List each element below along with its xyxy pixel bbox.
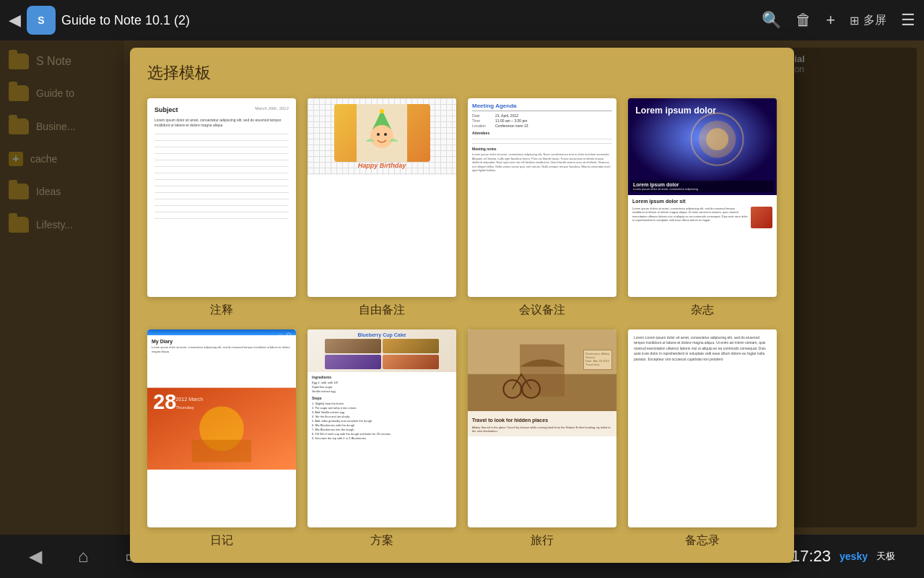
note-subject: Subject	[154, 106, 178, 113]
svg-rect-13	[192, 439, 251, 462]
journal-bottom-title: Lorem ipsum dolor sit	[632, 198, 772, 205]
note-line-12	[154, 200, 289, 206]
meeting-time-val: 11:00 am – 3:30 pm	[495, 118, 527, 123]
meeting-row-date: Date 21, April, 2012	[472, 113, 612, 118]
note-line-13	[154, 207, 289, 212]
birthday-text: Happy Birthday	[358, 162, 406, 169]
template-item-note[interactable]: SubjectMarch 20th, 2012 Lorem ipsum dolo…	[147, 98, 296, 318]
travel-body-text: Abbey Sacred is the place I found by cha…	[472, 426, 612, 434]
memo-card-content: Lorem Lorem ipsum dolor sit amet, consec…	[628, 329, 777, 368]
template-card-memo[interactable]: Lorem Lorem ipsum dolor sit amet, consec…	[628, 329, 777, 528]
template-item-meeting[interactable]: Meeting Agenda Date 21, April, 2012 Time…	[468, 98, 616, 318]
multiscreen-button[interactable]: ⊞ 多屏	[850, 13, 886, 28]
template-card-meeting[interactable]: Meeting Agenda Date 21, April, 2012 Time…	[468, 98, 616, 297]
recipe-steps-text: 1. Slightly heat the butter 2. Put sugar…	[312, 402, 452, 441]
note-line-1	[154, 129, 289, 134]
note-line-5	[154, 155, 289, 160]
template-item-memo[interactable]: Lorem Lorem ipsum dolor sit amet, consec…	[628, 329, 777, 549]
meeting-notes-section: Meeting notes	[472, 147, 612, 151]
travel-card-content: Destination: Abbey Sacred Date: Mar 23 2…	[468, 329, 616, 436]
recipe-title: Blueberry Cup Cake	[358, 332, 406, 337]
travel-image-area: Destination: Abbey Sacred Date: Mar 23 2…	[468, 329, 616, 414]
travel-label: 旅行	[531, 533, 554, 548]
diary-top: 28 2012 March Thursday ☺ 🌤	[147, 329, 296, 335]
travel-body: Travel to look for hidden places Abbey S…	[468, 414, 616, 436]
template-item-diary[interactable]: 28 2012 March Thursday ☺ 🌤 My	[147, 329, 296, 549]
template-card-journal[interactable]: Lorem ipsum dolor Lorem ipsum dolor Lore…	[628, 98, 777, 297]
travel-svg	[468, 329, 616, 411]
template-item-recipe[interactable]: Blueberry Cup Cake Ingredients	[308, 329, 456, 549]
back-nav-icon[interactable]: ◀	[29, 546, 42, 566]
menu-icon[interactable]: ☰	[901, 11, 915, 30]
meeting-location-label: Location	[472, 124, 492, 128]
free-note-label: 自由备注	[359, 303, 405, 318]
main-content: S Note Guide to Busine... + cache Ideas …	[0, 40, 924, 535]
note-line-9	[154, 181, 289, 186]
svg-point-4	[377, 133, 380, 136]
template-modal: 选择模板 SubjectMarch 20th, 2012 Lorem ipsum…	[130, 48, 794, 563]
recipe-photo-4	[383, 355, 439, 369]
svg-rect-19	[520, 344, 565, 396]
template-card-diary[interactable]: 28 2012 March Thursday ☺ 🌤 My	[147, 329, 296, 528]
note-line-14	[154, 213, 289, 219]
travel-title: Travel to look for hidden places	[472, 417, 612, 424]
app-logo: S	[27, 6, 56, 35]
template-item-free-note[interactable]: Happy Birthday 自由备注	[308, 98, 456, 318]
meeting-attendee-line-2	[472, 139, 612, 144]
travel-tag: Travel time	[585, 363, 610, 366]
meeting-time-label: Time	[472, 118, 492, 123]
diary-icon-2: 🌤	[286, 332, 292, 339]
recipe-photo-3	[325, 355, 381, 369]
recipe-card-content: Blueberry Cup Cake Ingredients	[308, 329, 456, 444]
template-card-free-note[interactable]: Happy Birthday	[308, 98, 456, 297]
recipe-ingredients-text: Egg 2, milk, milk 1/8Superfine sugarVani…	[312, 381, 452, 394]
meeting-row-time: Time 11:00 am – 3:30 pm	[472, 118, 612, 123]
meeting-body-text: Lorem ipsum dolor sit amet, consectetur …	[472, 152, 612, 173]
top-bar-right: 🔍 🗑 + ⊞ 多屏 ☰	[762, 11, 915, 30]
meeting-card-content: Meeting Agenda Date 21, April, 2012 Time…	[468, 98, 616, 177]
recipe-ingredients-title: Ingredients	[312, 375, 452, 380]
diary-icons: ☺ 🌤	[278, 332, 292, 339]
home-nav-icon[interactable]: ⌂	[78, 546, 89, 566]
journal-overlay: Lorem ipsum dolor Lorem ipsum dolor sit …	[631, 181, 774, 192]
top-bar-left: ◀ S Guide to Note 10.1 (2)	[9, 6, 756, 35]
template-item-journal[interactable]: Lorem ipsum dolor Lorem ipsum dolor Lore…	[628, 98, 777, 318]
recipe-photos-grid	[325, 339, 439, 369]
meeting-date-val: 21, April, 2012	[495, 113, 518, 118]
note-date: March 20th, 2012	[255, 105, 289, 111]
back-icon[interactable]: ◀	[9, 11, 21, 30]
app-title: Guide to Note 10.1 (2)	[61, 13, 190, 28]
search-icon[interactable]: 🔍	[762, 11, 781, 30]
recipe-label: 方案	[370, 533, 393, 548]
svg-text:28: 28	[153, 389, 176, 413]
birthday-card-content: Happy Birthday	[308, 98, 456, 175]
note-line-4	[154, 148, 289, 154]
template-item-travel[interactable]: Destination: Abbey Sacred Date: Mar 23 2…	[468, 329, 616, 549]
delete-icon[interactable]: 🗑	[796, 11, 811, 30]
meeting-note-lines: Lorem ipsum dolor sit amet, consectetur …	[472, 152, 612, 173]
add-icon[interactable]: +	[826, 11, 835, 30]
memo-label: 备忘录	[685, 533, 720, 548]
memo-text: Lorem Lorem ipsum dolor sit amet, consec…	[634, 335, 771, 363]
template-modal-overlay: 选择模板 SubjectMarch 20th, 2012 Lorem ipsum…	[0, 40, 924, 535]
top-bar: ◀ S Guide to Note 10.1 (2) 🔍 🗑 + ⊞ 多屏 ☰	[0, 0, 924, 40]
recipe-photo-2	[383, 339, 439, 353]
note-line-6	[154, 161, 289, 167]
note-label: 注释	[210, 303, 233, 318]
note-line-11	[154, 194, 289, 199]
template-card-travel[interactable]: Destination: Abbey Sacred Date: Mar 23 2…	[468, 329, 616, 528]
svg-point-5	[384, 133, 387, 136]
template-card-recipe[interactable]: Blueberry Cup Cake Ingredients	[308, 329, 456, 528]
yesky-logo: yesky	[840, 551, 868, 562]
yesky-suffix: 天极	[876, 550, 895, 563]
recipe-top: Blueberry Cup Cake	[308, 329, 456, 372]
template-grid: SubjectMarch 20th, 2012 Lorem ipsum dolo…	[147, 98, 777, 548]
birthday-illustration	[357, 104, 407, 162]
note-line-8	[154, 174, 289, 180]
svg-point-2	[380, 109, 384, 113]
journal-card-content: Lorem ipsum dolor Lorem ipsum dolor Lore…	[628, 98, 777, 225]
journal-overlay-subtitle: Lorem ipsum dolor sit amet, consectetur …	[633, 187, 772, 191]
recipe-photo-1	[325, 339, 381, 353]
journal-bottom-image	[751, 207, 772, 228]
template-card-note[interactable]: SubjectMarch 20th, 2012 Lorem ipsum dolo…	[147, 98, 296, 297]
